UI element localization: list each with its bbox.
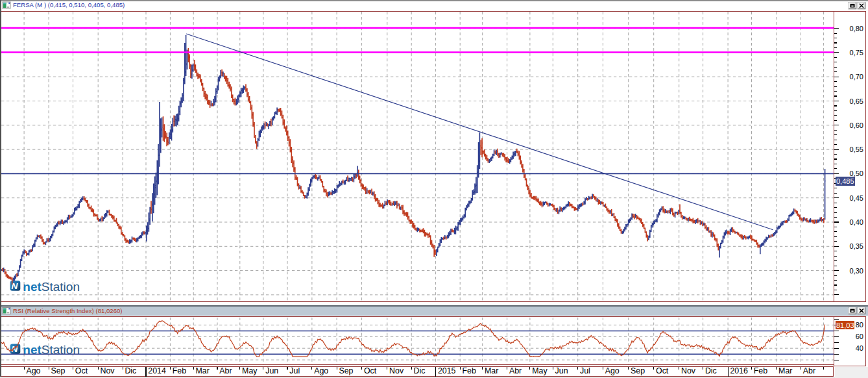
svg-text:Dic: Dic — [414, 366, 426, 375]
svg-text:0,55: 0,55 — [850, 145, 863, 153]
svg-text:Mar: Mar — [196, 366, 210, 375]
svg-text:Ago: Ago — [26, 366, 40, 375]
svg-text:0,70: 0,70 — [850, 73, 863, 81]
svg-text:81,03: 81,03 — [836, 321, 854, 329]
svg-text:80: 80 — [856, 321, 863, 329]
svg-text:Sep: Sep — [631, 366, 645, 375]
svg-text:0,485: 0,485 — [836, 177, 854, 185]
svg-text:0,75: 0,75 — [850, 49, 863, 57]
svg-text:Jul: Jul — [289, 366, 300, 375]
svg-text:Jun: Jun — [265, 366, 278, 375]
svg-text:Nov: Nov — [681, 366, 696, 375]
svg-text:Dic: Dic — [705, 366, 717, 375]
svg-text:Ago: Ago — [605, 366, 620, 375]
svg-text:netStation: netStation — [23, 280, 80, 294]
svg-text:40: 40 — [856, 344, 863, 352]
svg-text:May: May — [242, 366, 258, 375]
svg-text:Oct: Oct — [364, 366, 377, 375]
svg-text:0,65: 0,65 — [850, 97, 863, 105]
svg-text:0,40: 0,40 — [850, 218, 863, 226]
svg-text:Jun: Jun — [555, 366, 568, 375]
svg-text:0,60: 0,60 — [850, 121, 863, 129]
svg-text:Abr: Abr — [803, 366, 815, 375]
svg-text:0,50: 0,50 — [850, 170, 863, 177]
svg-text:FERSA (M ) (0,415, 0,510, 0,40: FERSA (M ) (0,415, 0,510, 0,405, 0,485) — [13, 1, 125, 8]
svg-text:2015: 2015 — [438, 366, 456, 375]
svg-text:Feb: Feb — [173, 366, 186, 375]
svg-text:Ago: Ago — [314, 366, 328, 375]
svg-text:Jul: Jul — [580, 366, 590, 375]
svg-text:60: 60 — [856, 333, 863, 340]
svg-text:Abr: Abr — [509, 366, 522, 375]
svg-text:2016: 2016 — [730, 366, 748, 375]
svg-text:Sep: Sep — [51, 366, 65, 375]
svg-text:Abr: Abr — [219, 366, 232, 375]
svg-text:Oct: Oct — [75, 366, 88, 375]
svg-text:Mar: Mar — [778, 366, 792, 375]
svg-text:Feb: Feb — [754, 366, 767, 375]
svg-text:Sep: Sep — [339, 366, 353, 375]
svg-text:2014: 2014 — [148, 366, 166, 375]
svg-text:0,30: 0,30 — [850, 267, 863, 275]
svg-text:Oct: Oct — [656, 366, 669, 375]
svg-text:RSI (Relative Strength Index): RSI (Relative Strength Index) (81,0260) — [13, 307, 123, 314]
svg-text:Nov: Nov — [389, 366, 404, 375]
svg-text:May: May — [532, 366, 548, 375]
svg-text:0,45: 0,45 — [850, 194, 863, 202]
svg-text:Feb: Feb — [463, 366, 476, 375]
svg-text:Dic: Dic — [125, 366, 136, 375]
svg-text:Nov: Nov — [101, 366, 115, 375]
svg-text:0,35: 0,35 — [850, 242, 863, 250]
svg-text:0,80: 0,80 — [850, 25, 863, 32]
svg-text:Mar: Mar — [485, 366, 498, 375]
